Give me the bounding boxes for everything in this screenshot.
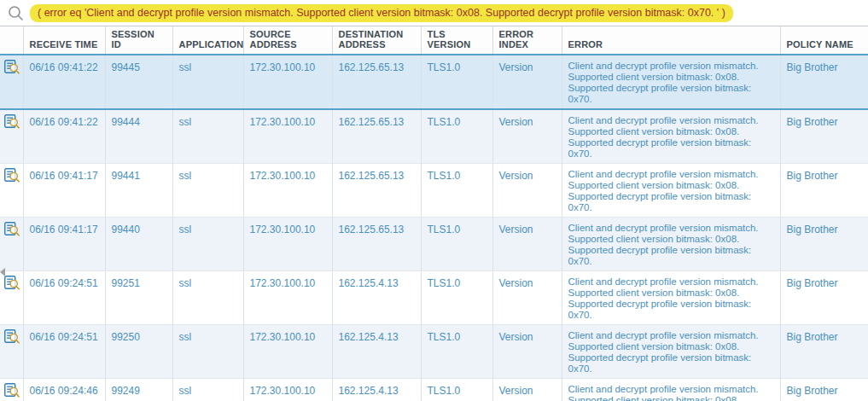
cell-source-address[interactable]: 172.30.100.10 (243, 109, 332, 164)
cell-destination-address[interactable]: 162.125.65.13 (332, 109, 421, 164)
table-row[interactable]: 06/16 09:41:22 99445 ssl 172.30.100.10 1… (0, 55, 868, 109)
column-header-icon (0, 26, 23, 55)
cell-policy-name[interactable]: Big Brother (780, 109, 868, 164)
cell-application[interactable]: ssl (172, 271, 243, 325)
cell-tls-version: TLS1.0 (421, 55, 492, 109)
cell-tls-version: TLS1.0 (421, 325, 492, 379)
log-filter-bar[interactable]: ( error eq 'Client and decrypt profile v… (0, 0, 868, 26)
cell-receive-time: 06/16 09:41:17 (23, 218, 105, 271)
log-table: RECEIVE TIME SESSION ID APPLICATION SOUR… (0, 26, 868, 401)
cell-tls-version: TLS1.0 (421, 109, 492, 164)
collapse-panel-arrow-icon[interactable] (0, 268, 5, 276)
detailed-log-view-cell (0, 164, 23, 218)
table-row[interactable]: 06/16 09:41:17 99441 ssl 172.30.100.10 1… (0, 164, 868, 218)
cell-policy-name[interactable]: Big Brother (780, 218, 868, 271)
column-header-tls-version[interactable]: TLS VERSION (421, 26, 492, 55)
column-header-receive-time[interactable]: RECEIVE TIME (23, 26, 105, 55)
detailed-log-view-cell (0, 55, 23, 109)
cell-policy-name[interactable]: Big Brother (780, 271, 868, 325)
cell-application[interactable]: ssl (172, 164, 243, 218)
cell-receive-time: 06/16 09:24:51 (23, 271, 105, 325)
search-icon (8, 5, 24, 21)
column-header-error[interactable]: ERROR (562, 26, 780, 55)
column-header-error-index[interactable]: ERROR INDEX (492, 26, 562, 55)
table-row[interactable]: 06/16 09:24:51 99251 ssl 172.30.100.10 1… (0, 271, 868, 325)
cell-error-index: Version (492, 164, 562, 218)
cell-session-id: 99440 (105, 218, 172, 271)
cell-session-id: 99250 (105, 325, 172, 379)
cell-error: Client and decrypt profile version misma… (562, 325, 780, 379)
detailed-log-view-cell (0, 325, 23, 379)
cell-error: Client and decrypt profile version misma… (562, 379, 780, 401)
cell-tls-version: TLS1.0 (421, 218, 492, 271)
cell-session-id: 99441 (105, 164, 172, 218)
detailed-log-view-icon[interactable] (4, 168, 20, 183)
detailed-log-view-icon[interactable] (4, 276, 20, 290)
cell-receive-time: 06/16 09:41:22 (23, 109, 105, 164)
table-row[interactable]: 06/16 09:24:46 99249 ssl 172.30.100.10 1… (0, 379, 868, 401)
cell-receive-time: 06/16 09:24:46 (23, 379, 105, 401)
cell-error: Client and decrypt profile version misma… (562, 271, 780, 325)
detailed-log-view-icon[interactable] (4, 383, 20, 398)
cell-application[interactable]: ssl (172, 218, 243, 271)
cell-receive-time: 06/16 09:41:22 (23, 55, 105, 109)
cell-session-id: 99249 (105, 379, 172, 401)
cell-error: Client and decrypt profile version misma… (562, 55, 780, 109)
column-header-policy-name[interactable]: POLICY NAME (780, 26, 868, 55)
detailed-log-view-cell (0, 379, 23, 401)
cell-destination-address[interactable]: 162.125.65.13 (332, 164, 421, 218)
cell-tls-version: TLS1.0 (421, 271, 492, 325)
cell-application[interactable]: ssl (172, 325, 243, 379)
detailed-log-view-icon[interactable] (4, 114, 20, 129)
cell-session-id: 99444 (105, 109, 172, 164)
cell-receive-time: 06/16 09:41:17 (23, 164, 105, 218)
cell-application[interactable]: ssl (172, 379, 243, 401)
detailed-log-view-cell (0, 218, 23, 271)
cell-error-index: Version (492, 271, 562, 325)
cell-destination-address[interactable]: 162.125.65.13 (332, 55, 421, 109)
column-header-source-address[interactable]: SOURCE ADDRESS (243, 26, 332, 55)
cell-source-address[interactable]: 172.30.100.10 (243, 271, 332, 325)
table-header-row: RECEIVE TIME SESSION ID APPLICATION SOUR… (0, 26, 868, 55)
detailed-log-view-cell (0, 271, 23, 325)
filter-query-input[interactable]: ( error eq 'Client and decrypt profile v… (30, 4, 733, 22)
cell-error: Client and decrypt profile version misma… (562, 218, 780, 271)
cell-destination-address[interactable]: 162.125.4.13 (332, 325, 421, 379)
cell-source-address[interactable]: 172.30.100.10 (243, 218, 332, 271)
cell-receive-time: 06/16 09:24:51 (23, 325, 105, 379)
column-header-destination-address[interactable]: DESTINATION ADDRESS (332, 26, 421, 55)
cell-error-index: Version (492, 109, 562, 164)
detailed-log-view-cell (0, 109, 23, 164)
cell-destination-address[interactable]: 162.125.4.13 (332, 271, 421, 325)
detailed-log-view-icon[interactable] (4, 222, 20, 236)
cell-tls-version: TLS1.0 (421, 379, 492, 401)
cell-source-address[interactable]: 172.30.100.10 (243, 325, 332, 379)
cell-error-index: Version (492, 218, 562, 271)
cell-error-index: Version (492, 379, 562, 401)
cell-error: Client and decrypt profile version misma… (562, 164, 780, 218)
table-row[interactable]: 06/16 09:41:17 99440 ssl 172.30.100.10 1… (0, 218, 868, 271)
column-header-application[interactable]: APPLICATION (172, 26, 243, 55)
cell-error: Client and decrypt profile version misma… (562, 109, 780, 164)
cell-tls-version: TLS1.0 (421, 164, 492, 218)
cell-application[interactable]: ssl (172, 55, 243, 109)
detailed-log-view-icon[interactable] (4, 329, 20, 344)
cell-policy-name[interactable]: Big Brother (780, 325, 868, 379)
cell-policy-name[interactable]: Big Brother (780, 164, 868, 218)
cell-destination-address[interactable]: 162.125.4.13 (332, 379, 421, 401)
cell-destination-address[interactable]: 162.125.65.13 (332, 218, 421, 271)
table-row[interactable]: 06/16 09:24:51 99250 ssl 172.30.100.10 1… (0, 325, 868, 379)
cell-policy-name[interactable]: Big Brother (780, 55, 868, 109)
cell-error-index: Version (492, 325, 562, 379)
cell-source-address[interactable]: 172.30.100.10 (243, 164, 332, 218)
column-header-session-id[interactable]: SESSION ID (105, 26, 172, 55)
cell-source-address[interactable]: 172.30.100.10 (243, 379, 332, 401)
cell-session-id: 99251 (105, 271, 172, 325)
cell-policy-name[interactable]: Big Brother (780, 379, 868, 401)
cell-source-address[interactable]: 172.30.100.10 (243, 55, 332, 109)
cell-application[interactable]: ssl (172, 109, 243, 164)
table-row[interactable]: 06/16 09:41:22 99444 ssl 172.30.100.10 1… (0, 109, 868, 164)
cell-error-index: Version (492, 55, 562, 109)
cell-session-id: 99445 (105, 55, 172, 109)
detailed-log-view-icon[interactable] (4, 60, 20, 74)
